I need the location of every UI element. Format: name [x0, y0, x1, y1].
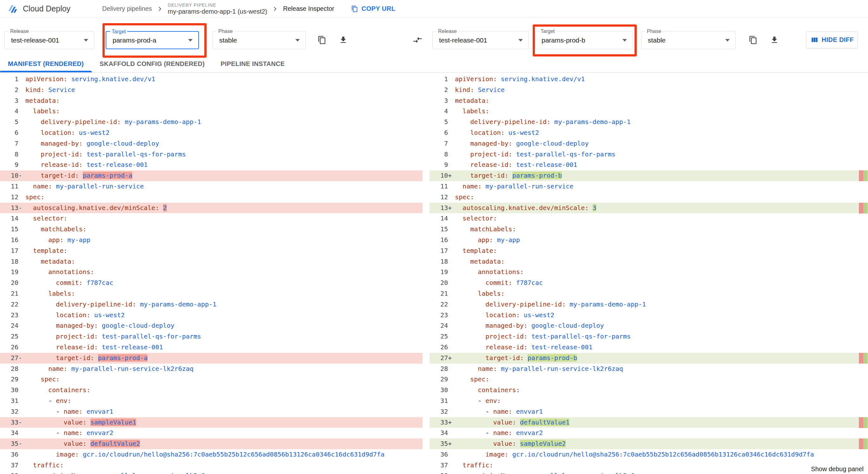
code-line: 24 managed-by: google-cloud-deploy: [430, 320, 868, 331]
diff-marker-removed[interactable]: [859, 170, 863, 181]
code-line: 5 delivery-pipeline-id: my-params-demo-a…: [0, 117, 423, 128]
phase-select-left[interactable]: Phase stable: [213, 31, 306, 49]
compare-arrows-icon: [412, 35, 423, 45]
diff-sign: +: [448, 203, 455, 214]
diff-sign: [19, 320, 25, 331]
diff-sign: [19, 138, 25, 149]
diff-marker-added[interactable]: [863, 353, 868, 364]
code-line: 30 containers:: [430, 385, 868, 396]
target-value: params-prod-b: [541, 36, 585, 44]
panel-divider: [423, 73, 430, 474]
code-line: 35+ value: sampleValue2: [430, 439, 868, 449]
code-line: 16 app: my-app: [0, 235, 423, 246]
diff-marker-added[interactable]: [863, 439, 868, 449]
diff-marker-added[interactable]: [863, 417, 868, 428]
diff-sign: [19, 278, 25, 288]
copy-url-button[interactable]: COPY URL: [351, 5, 395, 12]
dropdown-caret-icon: [188, 39, 193, 41]
diff-sign: [448, 138, 455, 149]
line-number: 11: [430, 181, 448, 192]
code-line: 3metadata:: [430, 95, 868, 106]
code-line: 13+ autoscaling.knative.dev/minScale: 3: [430, 203, 868, 214]
swap-targets-button[interactable]: [412, 34, 423, 46]
release-select-right[interactable]: Release test-release-001: [432, 31, 529, 49]
code-line: 38 - revisionName: my-parallel-run-servi…: [430, 471, 868, 474]
diff-marker-removed[interactable]: [859, 439, 863, 449]
code-line: 8 project-id: test-parallel-qs-for-parms: [0, 149, 423, 160]
diff-marker-removed[interactable]: [859, 203, 863, 214]
diff-sign: [448, 74, 455, 85]
diff-sign: +: [448, 439, 455, 449]
code-line: 35- value: defaultValue2: [0, 439, 423, 449]
line-number: 14: [430, 213, 448, 224]
view-columns-icon: [810, 36, 818, 44]
code-line: 31 - env:: [0, 396, 423, 406]
diff-sign: -: [19, 170, 25, 181]
line-number: 11: [0, 181, 19, 192]
line-number: 3: [430, 95, 448, 106]
line-number: 5: [430, 117, 448, 128]
release-select-left[interactable]: Release test-release-001: [4, 31, 94, 49]
manifest-panel-right[interactable]: 1apiVersion: serving.knative.dev/v12kind…: [430, 73, 868, 474]
code-line: 13- autoscaling.knative.dev/minScale: 2: [0, 203, 423, 214]
diff-sign: [448, 278, 455, 288]
line-number: 27: [430, 353, 448, 364]
download-manifest-right-button[interactable]: [769, 34, 780, 46]
line-number: 31: [430, 396, 448, 406]
code-line: 16 app: my-app: [430, 235, 868, 246]
target-value: params-prod-a: [113, 36, 156, 44]
copy-manifest-right-button[interactable]: [747, 34, 759, 46]
diff-sign: [448, 149, 455, 160]
diff-marker-removed[interactable]: [859, 353, 863, 364]
download-manifest-left-button[interactable]: [338, 34, 349, 46]
line-number: 21: [0, 288, 19, 299]
target-label: Target: [110, 29, 127, 35]
hide-diff-button[interactable]: HIDE DIFF: [806, 31, 858, 48]
diff-marker-added[interactable]: [863, 170, 868, 181]
phase-select-right[interactable]: Phase stable: [641, 31, 736, 49]
code-line: 23 location: us-west2: [0, 310, 423, 321]
code-line: 21 labels:: [430, 288, 868, 299]
tab-pipeline-instance[interactable]: PIPELINE INSTANCE: [213, 56, 293, 72]
code-line: 36 image: gcr.io/cloudrun/hello@sha256:7…: [0, 449, 423, 460]
breadcrumb-pipeline[interactable]: DELIVERY PIPELINE my-params-demo-app-1 (…: [168, 3, 267, 15]
tab-manifest-rendered[interactable]: MANIFEST (RENDERED): [0, 56, 92, 72]
diff-sign: [19, 288, 25, 299]
diff-sign: [448, 331, 455, 342]
diff-marker-added[interactable]: [863, 203, 868, 214]
breadcrumb-delivery-pipelines[interactable]: Delivery pipelines: [102, 5, 152, 12]
dropdown-caret-icon: [622, 39, 627, 41]
code-line: 7 managed-by: google-cloud-deploy: [430, 138, 868, 149]
target-select-right[interactable]: Target params-prod-b: [535, 31, 633, 49]
code-line: 38 - revisionName: my-parallel-run-servi…: [0, 471, 423, 474]
code-line: 33- value: sampleValue1: [0, 417, 423, 428]
show-debug-panel[interactable]: Show debug panel: [808, 465, 866, 473]
code-line: 18 metadata:: [430, 256, 868, 267]
diff-sign: [448, 449, 455, 460]
diff-sign: [448, 160, 455, 170]
diff-sign: [19, 374, 25, 385]
diff-sign: [19, 224, 25, 235]
diff-sign: +: [448, 353, 455, 364]
code-line: 2kind: Service: [430, 85, 868, 95]
line-number: 5: [0, 117, 19, 128]
phase-value: stable: [648, 36, 665, 44]
dropdown-caret-icon: [518, 39, 523, 41]
code-line: 17 template:: [430, 246, 868, 256]
line-number: 10: [430, 170, 448, 181]
dropdown-caret-icon: [725, 39, 730, 41]
app-header: Cloud Deploy Delivery pipelines DELIVERY…: [0, 0, 868, 18]
tab-skaffold-config-rendered[interactable]: SKAFFOLD CONFIG (RENDERED): [92, 56, 213, 72]
diff-marker-removed[interactable]: [859, 417, 863, 428]
line-number: 38: [430, 471, 448, 474]
diff-sign: [448, 396, 455, 406]
copy-manifest-left-button[interactable]: [316, 34, 328, 46]
code-line: 29 spec:: [0, 374, 423, 385]
code-line: 33+ value: defaultValue1: [430, 417, 868, 428]
diff-sign: [19, 106, 25, 117]
diff-sign: [448, 428, 455, 439]
diff-sign: [19, 364, 25, 374]
diff-minimap[interactable]: [859, 73, 868, 474]
manifest-panel-left[interactable]: 1apiVersion: serving.knative.dev/v12kind…: [0, 73, 423, 474]
target-select-left[interactable]: Target params-prod-a: [106, 31, 199, 49]
